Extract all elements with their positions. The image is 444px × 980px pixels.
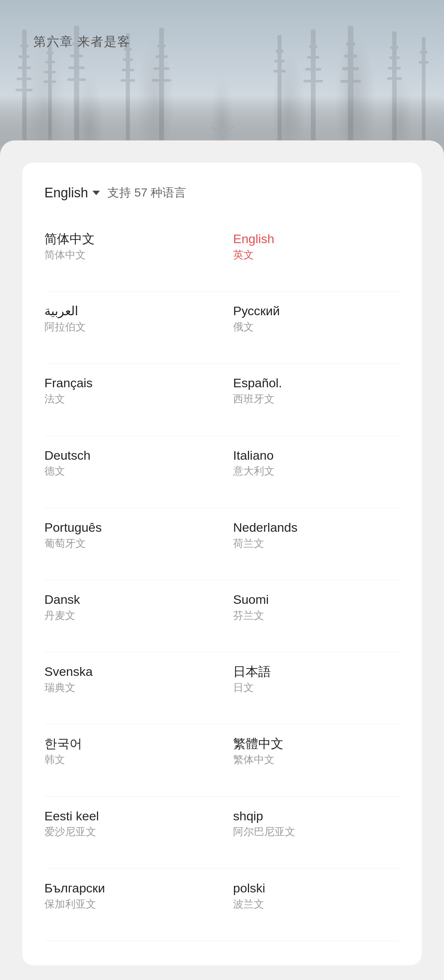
language-item[interactable]: Български 保加利亚文: [45, 869, 222, 941]
svg-rect-2: [19, 56, 30, 58]
language-item[interactable]: Suomi 芬兰文: [222, 580, 399, 652]
language-item[interactable]: 简体中文 简体中文: [45, 220, 222, 291]
lang-translated-text: 意大利文: [233, 465, 392, 477]
card-header: English 支持 57 种语言: [45, 185, 399, 201]
language-item[interactable]: Dansk 丹麦文: [45, 580, 222, 652]
svg-rect-25: [152, 79, 171, 82]
svg-rect-36: [346, 43, 355, 46]
language-item[interactable]: Français 法文: [45, 364, 222, 436]
svg-rect-27: [276, 50, 283, 52]
language-item[interactable]: Español. 西班牙文: [222, 364, 399, 436]
svg-rect-37: [344, 55, 357, 58]
lang-native-text: polski: [233, 881, 392, 896]
lang-translated-text: 繁体中文: [233, 754, 392, 766]
lang-native-text: English: [233, 231, 392, 247]
lang-translated-text: 葡萄牙文: [45, 537, 215, 550]
language-item[interactable]: Eesti keel 爱沙尼亚文: [45, 797, 222, 869]
lang-native-text: Русский: [233, 303, 392, 318]
svg-rect-28: [275, 60, 284, 62]
svg-rect-22: [157, 45, 166, 47]
lang-native-text: shqip: [233, 808, 392, 824]
lang-translated-text: 波兰文: [233, 898, 392, 910]
current-language-selector[interactable]: English: [45, 185, 100, 200]
lang-native-text: 한국어: [45, 736, 215, 751]
language-item[interactable]: Svenska 瑞典文: [45, 652, 222, 724]
svg-rect-13: [70, 55, 83, 57]
lang-translated-text: 日文: [233, 681, 392, 694]
svg-rect-46: [420, 51, 427, 54]
current-language-text: English: [45, 185, 88, 200]
svg-rect-3: [18, 67, 31, 69]
lang-translated-text: 阿尔巴尼亚文: [233, 826, 392, 838]
lang-native-text: Dansk: [45, 592, 215, 607]
language-item[interactable]: Português 葡萄牙文: [45, 508, 222, 580]
svg-rect-5: [16, 89, 33, 91]
svg-rect-8: [45, 61, 55, 63]
lang-translated-text: 爱沙尼亚文: [45, 826, 215, 838]
lang-native-text: Български: [45, 881, 215, 896]
svg-rect-23: [155, 56, 168, 58]
lang-translated-text: 芬兰文: [233, 609, 392, 622]
svg-rect-42: [389, 57, 399, 59]
lang-translated-text: 荷兰文: [233, 537, 392, 550]
lang-native-text: Español.: [233, 375, 392, 391]
svg-rect-1: [20, 45, 29, 47]
svg-rect-24: [153, 67, 169, 70]
language-item[interactable]: polski 波兰文: [222, 869, 399, 941]
svg-rect-29: [273, 70, 286, 72]
language-item[interactable]: shqip 阿尔巴尼亚文: [222, 797, 399, 869]
svg-rect-47: [419, 61, 428, 64]
lang-translated-text: 英文: [233, 249, 392, 261]
lang-native-text: 简体中文: [45, 231, 215, 247]
language-item[interactable]: Deutsch 德文: [45, 436, 222, 508]
lang-translated-text: 简体中文: [45, 249, 215, 261]
svg-rect-44: [387, 77, 402, 80]
lang-translated-text: 法文: [45, 393, 215, 406]
language-item[interactable]: Nederlands 荷兰文: [222, 508, 399, 580]
lang-native-text: Français: [45, 375, 215, 391]
lang-native-text: Italiano: [233, 448, 392, 463]
language-item[interactable]: 日本語 日文: [222, 652, 399, 724]
svg-rect-15: [67, 78, 86, 81]
language-item[interactable]: Italiano 意大利文: [222, 436, 399, 508]
lang-translated-text: 德文: [45, 465, 215, 477]
svg-rect-10: [44, 81, 56, 83]
lang-translated-text: 丹麦文: [45, 609, 215, 622]
svg-rect-18: [123, 58, 133, 61]
lang-native-text: Deutsch: [45, 448, 215, 463]
lang-native-text: العربية: [45, 303, 215, 318]
bottom-sheet: English 支持 57 种语言 简体中文 简体中文 English 英文 ا…: [0, 140, 444, 980]
svg-rect-43: [388, 67, 401, 70]
language-item[interactable]: 한국어 韩文: [45, 724, 222, 796]
pull-handle[interactable]: [207, 122, 237, 126]
language-count: 支持 57 种语言: [107, 185, 186, 201]
svg-rect-39: [340, 80, 361, 83]
lang-translated-text: 保加利亚文: [45, 898, 215, 910]
svg-rect-4: [17, 78, 32, 80]
language-item[interactable]: English 英文: [222, 220, 399, 291]
svg-rect-9: [45, 71, 56, 73]
lang-translated-text: 西班牙文: [233, 393, 392, 406]
svg-rect-14: [69, 67, 85, 69]
chapter-title: 第六章 来者是客: [33, 33, 131, 50]
svg-rect-32: [307, 56, 319, 59]
lang-native-text: Suomi: [233, 592, 392, 607]
lang-translated-text: 俄文: [233, 321, 392, 333]
language-item[interactable]: العربية 阿拉伯文: [45, 291, 222, 364]
lang-translated-text: 阿拉伯文: [45, 321, 215, 333]
lang-native-text: Eesti keel: [45, 808, 215, 824]
svg-rect-19: [122, 69, 134, 71]
lang-native-text: Português: [45, 520, 215, 535]
lang-native-text: Svenska: [45, 664, 215, 679]
lang-translated-text: 韩文: [45, 754, 215, 766]
svg-rect-7: [46, 52, 54, 54]
svg-rect-31: [309, 45, 318, 48]
svg-rect-34: [303, 80, 323, 83]
svg-rect-20: [121, 79, 135, 82]
lang-native-text: 繁體中文: [233, 736, 392, 751]
language-item[interactable]: 繁體中文 繁体中文: [222, 724, 399, 796]
lang-native-text: 日本語: [233, 664, 392, 679]
svg-rect-33: [305, 68, 321, 71]
svg-rect-41: [390, 46, 398, 49]
language-item[interactable]: Русский 俄文: [222, 291, 399, 364]
